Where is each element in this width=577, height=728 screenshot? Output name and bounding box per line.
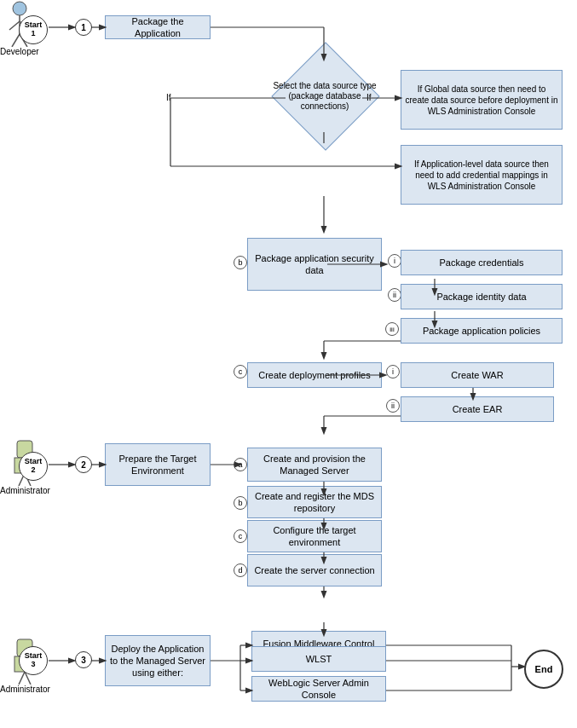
step3-label: 3 — [81, 656, 86, 665]
create-register-label: Create and register the MDS repository — [251, 490, 378, 515]
developer-label: Developer — [0, 47, 39, 56]
label-c-text: c — [239, 367, 243, 376]
label-i: i — [388, 254, 401, 268]
create-war-label: Create WAR — [451, 369, 503, 381]
label-i-text: i — [394, 257, 395, 265]
if-left-label: If — [166, 93, 171, 102]
create-register-box: Create and register the MDS repository — [247, 486, 382, 518]
package-identity-box: Package identity data — [401, 284, 563, 309]
label-ii: ii — [388, 288, 401, 302]
label-ii2: ii — [386, 399, 400, 413]
wlst-box: WLST — [251, 646, 386, 672]
label-ii-text: ii — [393, 291, 396, 299]
label-ii2-text: ii — [391, 402, 395, 410]
svg-line-44 — [12, 34, 20, 47]
package-identity-label: Package identity data — [436, 291, 526, 303]
create-provision-box: Create and provision the Managed Server — [247, 448, 382, 482]
configure-target-label: Configure the target environment — [251, 524, 378, 549]
svg-line-42 — [9, 21, 20, 30]
start1-circle: Start1 — [19, 15, 48, 44]
label-iii: iii — [385, 322, 399, 336]
create-deployment-box: Create deployment profiles — [247, 362, 382, 388]
admin2-label: Administrator — [0, 685, 50, 694]
label-d2-text: d — [238, 566, 242, 575]
start2-circle: Start2 — [19, 452, 48, 481]
label-b2: b — [234, 496, 247, 510]
if-right-label: If — [366, 93, 372, 102]
create-deployment-label: Create deployment profiles — [258, 369, 370, 381]
create-war-box: Create WAR — [401, 362, 554, 388]
label-i2-text: i — [392, 367, 394, 376]
label-c2-text: c — [239, 532, 243, 540]
package-application-box: Package the Application — [105, 15, 211, 39]
start2-label: Start2 — [25, 458, 43, 475]
label-b-text: b — [238, 258, 242, 267]
svg-point-40 — [13, 2, 26, 15]
note-global-label: If Global data source then need to creat… — [405, 84, 558, 117]
note-global-box: If Global data source then need to creat… — [401, 70, 563, 130]
start3-circle: Start3 — [19, 646, 48, 675]
deploy-application-label: Deploy the Application to the Managed Se… — [109, 643, 206, 679]
start1-label: Start1 — [25, 21, 43, 38]
select-datasource-label: Select the data source type (package dat… — [269, 58, 380, 135]
note-applevel-box: If Application-level data source then ne… — [401, 145, 563, 205]
deploy-application-box: Deploy the Application to the Managed Se… — [105, 635, 211, 686]
weblogic-admin-box: WebLogic Server Admin Console — [251, 676, 386, 702]
wlst-label: WLST — [306, 653, 332, 665]
step2-circle: 2 — [75, 456, 92, 473]
package-policies-label: Package application policies — [423, 325, 540, 337]
create-provision-label: Create and provision the Managed Server — [251, 453, 378, 477]
label-a2-text: a — [238, 460, 242, 469]
admin1-label: Administrator — [0, 486, 50, 495]
label-i2: i — [386, 365, 400, 378]
step1-label: 1 — [81, 23, 86, 32]
label-b2-text: b — [238, 499, 242, 507]
package-security-box: Package application security data — [247, 238, 382, 291]
step1-circle: 1 — [75, 19, 92, 36]
label-a2: a — [234, 458, 247, 471]
end-circle: End — [524, 650, 563, 689]
package-application-label: Package the Application — [109, 15, 206, 40]
end-label: End — [535, 664, 553, 674]
package-credentials-box: Package credentials — [401, 250, 563, 275]
start3-label: Start3 — [25, 652, 43, 669]
label-c2: c — [234, 529, 247, 543]
step3-circle: 3 — [75, 651, 92, 668]
label-c: c — [234, 365, 247, 378]
package-policies-box: Package application policies — [401, 318, 563, 344]
package-security-label: Package application security data — [251, 252, 378, 277]
package-credentials-label: Package credentials — [439, 257, 523, 269]
weblogic-admin-label: WebLogic Server Admin Console — [256, 677, 382, 702]
prepare-target-label: Prepare the Target Environment — [109, 453, 206, 477]
label-b: b — [234, 256, 247, 269]
create-server-box: Create the server connection — [247, 554, 382, 586]
label-iii-text: iii — [389, 326, 394, 333]
step2-label: 2 — [81, 460, 86, 470]
configure-target-box: Configure the target environment — [247, 520, 382, 552]
create-ear-label: Create EAR — [453, 403, 503, 415]
note-applevel-label: If Application-level data source then ne… — [405, 159, 558, 192]
create-server-label: Create the server connection — [254, 564, 374, 576]
create-ear-box: Create EAR — [401, 396, 554, 422]
svg-line-52 — [19, 672, 25, 685]
label-d2: d — [234, 563, 247, 577]
prepare-target-box: Prepare the Target Environment — [105, 443, 211, 486]
